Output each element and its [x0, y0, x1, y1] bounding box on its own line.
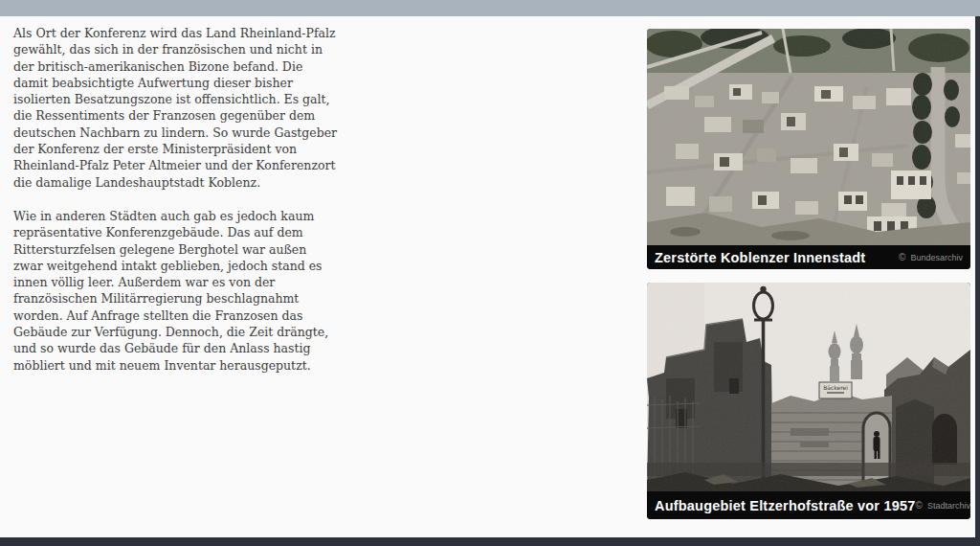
page-right-edge	[975, 16, 980, 546]
figure-caption: Zerstörte Koblenzer Innenstadt	[655, 250, 865, 265]
figure-caption-bar: Aufbaugebiet Eltzerhofstraße vor 1957 © …	[647, 491, 970, 519]
figure-credit: © Bundesarchiv	[899, 252, 963, 262]
figure-credit-text: Stadtarchiv Koblenz	[927, 501, 970, 511]
article-text-column: Als Ort der Konferenz wird das Land Rhei…	[13, 25, 339, 374]
figure-credit-text: Bundesarchiv	[910, 253, 963, 262]
footer-bar	[0, 537, 980, 546]
copyright-icon: ©	[899, 252, 905, 262]
figure-credit: © Stadtarchiv Koblenz	[916, 500, 971, 511]
figure-caption-bar: Zerstörte Koblenzer Innenstadt © Bundesa…	[647, 245, 970, 269]
page: Als Ort der Konferenz wird das Land Rhei…	[0, 0, 980, 546]
figure-destroyed-city: Zerstörte Koblenzer Innenstadt © Bundesa…	[647, 29, 970, 269]
figure-eltzerhofstrasse: Bäckerei	[647, 283, 970, 519]
copyright-icon: ©	[916, 500, 923, 511]
ruins-photo-image: Bäckerei	[647, 283, 970, 491]
article-paragraph-1: Als Ort der Konferenz wird das Land Rhei…	[13, 25, 339, 191]
article-paragraph-2: Wie in anderen Städten auch gab es jedoc…	[13, 208, 339, 374]
content-area: Als Ort der Konferenz wird das Land Rhei…	[0, 16, 975, 537]
figure-caption: Aufbaugebiet Eltzerhofstraße vor 1957	[655, 498, 916, 513]
aerial-photo-image	[647, 29, 970, 245]
top-header-bar	[0, 0, 980, 16]
